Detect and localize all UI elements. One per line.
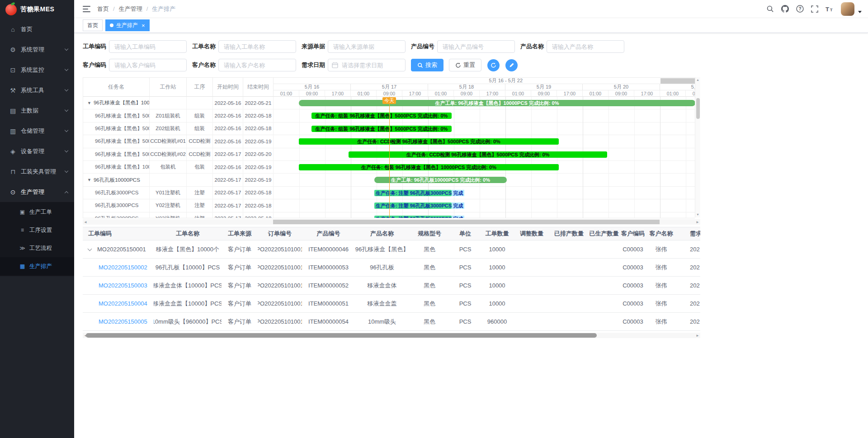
orders-cell: 客户订单 [222, 313, 258, 330]
tabbar: 首页生产排产× [74, 18, 868, 33]
sidebar-item-system-monitor[interactable]: ⊡系统监控 [0, 60, 74, 80]
sidebar-item-equipment[interactable]: ◈设备管理 [0, 141, 74, 161]
gantt-bar-task[interactable]: 生产任务: 组装 96孔移液盒【黑色】5000PCS 完成比例: 0% [311, 126, 452, 132]
refresh-circle-button[interactable] [487, 59, 500, 71]
due-date-input[interactable] [328, 59, 406, 71]
sidebar-item-master-data[interactable]: ▤主数据 [0, 100, 74, 121]
expand-triangle-icon[interactable]: ▼ [87, 101, 91, 105]
orders-table-body: MO202205150001移液盒【黑色】10000个客户订单PO2022051… [83, 240, 700, 331]
gantt-bar-task[interactable]: 生产任务: 注塑 96孔孔板3000PCS 完成 [374, 216, 452, 218]
chevron-down-icon[interactable] [88, 246, 92, 251]
fullscreen-icon[interactable] [811, 5, 818, 13]
order-code-link[interactable]: MO202205150002 [99, 264, 147, 271]
table-row[interactable]: MO202205150004移液盒盒盖【10000】PCS客户订单PO20220… [83, 295, 700, 313]
table-row[interactable]: MO202205150001移液盒【黑色】10000个客户订单PO2022051… [83, 240, 700, 259]
gantt-vscroll-thumb[interactable] [696, 98, 700, 119]
gantt-bar-task[interactable]: 生产任务: 组装 96孔移液盒【黑色】5000PCS 完成比例: 0% [311, 113, 452, 119]
gantt-hour-label: 01:00 [505, 90, 531, 97]
customer-name-input[interactable] [218, 59, 296, 71]
scroll-up-icon[interactable]: ▲ [696, 78, 699, 82]
filter-label: 客户名称 [192, 61, 216, 69]
tab-home[interactable]: 首页 [83, 19, 103, 31]
customer-code-input[interactable] [109, 59, 187, 71]
table-row[interactable]: MO202205150003移液盒盒体【10000】PCS客户订单PO20220… [83, 277, 700, 295]
orders-cell: C00003 [620, 277, 646, 294]
sidebar-toggle-icon[interactable] [74, 6, 97, 12]
gantt-bar-task[interactable]: 生产任务: CCD检测 96孔移液盒【黑色】5000PCS 完成比例: 0% [349, 151, 607, 158]
gantt-task-name[interactable]: 96孔孔板3000PCS [83, 199, 150, 212]
orders-horizontal-scrollbar[interactable]: ◄ ► [83, 333, 700, 338]
task-name-label: 96孔移液盒【黑色】5000PCS [95, 151, 150, 158]
chevron-down-icon[interactable] [858, 11, 862, 13]
table-row[interactable]: MO20220515000510mm吸头【960000】PCS客户订单PO202… [83, 313, 700, 331]
sidebar-subitem-work-order[interactable]: ▣生产工单 [0, 203, 74, 221]
sidebar-subitem-process-flow[interactable]: ≫工艺流程 [0, 239, 74, 257]
gantt-task-name[interactable]: ▼96孔移液盒【黑色】10000PCS [83, 97, 150, 109]
order-code-link[interactable]: MO202205150004 [99, 300, 147, 307]
gantt-start-time: 2022-05-17 [213, 148, 243, 160]
question-icon[interactable]: ? [796, 5, 804, 13]
search-icon[interactable] [766, 5, 774, 13]
search-button[interactable]: 搜索 [411, 59, 443, 71]
scroll-down-icon[interactable]: ▼ [696, 213, 699, 217]
sidebar-item-fixture[interactable]: ⊓工装夹具管理 [0, 161, 74, 182]
filter-field-due-date: 需求日期 [302, 59, 406, 71]
tools-icon: ⚒ [9, 87, 17, 94]
scroll-right-icon[interactable]: ► [695, 219, 700, 225]
gantt-task-name[interactable]: 96孔孔板3000PCS [83, 212, 150, 218]
tab-close-icon[interactable]: × [142, 23, 145, 28]
gantt-bar-task[interactable]: 生产任务: 注塑 96孔孔板3000PCS 完成 [374, 203, 452, 209]
orders-cell: PO202205101001 [258, 259, 302, 276]
gantt-process [187, 97, 213, 109]
gantt-horizontal-scrollbar[interactable]: ◄ ► [83, 219, 700, 225]
product-code-input[interactable] [437, 40, 515, 53]
scroll-left-icon[interactable]: ◄ [83, 219, 88, 225]
breadcrumb-item[interactable]: 生产管理 [119, 5, 142, 13]
sidebar-item-system-tools[interactable]: ⚒系统工具 [0, 80, 74, 100]
source-doc-input[interactable] [328, 40, 406, 53]
work-order-name-input[interactable] [218, 40, 296, 53]
gantt-bar-task[interactable]: 生产任务: CCD检测 96孔移液盒【黑色】5000PCS 完成比例: 0% [299, 138, 559, 145]
gantt-bar-task[interactable]: 生产任务: 包装 96孔移液盒【黑色】10000PCS 完成比例: 0% [299, 164, 559, 170]
sidebar-item-production[interactable]: ⊙生产管理 [0, 182, 74, 202]
sidebar-item-home[interactable]: ⌂首页 [0, 19, 74, 39]
task-name-label: 96孔移液盒【黑色】5000PCS [95, 138, 150, 145]
gantt-task-name[interactable]: 96孔移液盒【黑色】5000PCS [83, 135, 150, 147]
gantt-row-timeline: 生产工单: 96孔移液盒【黑色】10000PCS 完成比例: 0% [274, 97, 695, 109]
gantt-task-name[interactable]: 96孔移液盒【黑色】5000PCS [83, 109, 150, 122]
gantt-task-name[interactable]: 96孔移液盒【黑色】5000PCS [83, 148, 150, 160]
github-icon[interactable] [781, 5, 789, 13]
gantt-task-name[interactable]: 96孔移液盒【黑色】10000PCS [83, 161, 150, 173]
order-code-link[interactable]: MO202205150005 [99, 318, 147, 325]
gantt-bar-workorder[interactable]: 生产工单: 96孔孔板10000PCS 完成比例: 0% [374, 177, 507, 183]
scroll-right-icon[interactable]: ► [695, 333, 700, 338]
gantt-task-name[interactable]: 96孔移液盒【黑色】5000PCS [83, 122, 150, 135]
product-name-input[interactable] [547, 40, 624, 53]
reset-button[interactable]: 重置 [449, 59, 481, 71]
gantt-bar-task[interactable]: 生产任务: 注塑 96孔孔板3000PCS 完成 [374, 190, 452, 196]
work-order-code-input[interactable] [109, 40, 187, 53]
gantt-vertical-scrollbar[interactable]: ▲ ▼ [695, 77, 700, 217]
font-size-icon[interactable]: TT [826, 5, 834, 13]
gantt-end-time: 2022-05-19 [243, 161, 274, 173]
gantt-column-header: 任务名 [83, 78, 150, 97]
expand-triangle-icon[interactable]: ▼ [87, 178, 91, 182]
breadcrumb-item[interactable]: 首页 [97, 5, 109, 13]
orders-hscroll-thumb[interactable] [86, 333, 597, 338]
sidebar-item-warehouse[interactable]: ▥仓储管理 [0, 121, 74, 141]
gantt-bar-workorder[interactable]: 生产工单: 96孔移液盒【黑色】10000PCS 完成比例: 0% [299, 100, 695, 106]
sidebar-item-system-admin[interactable]: ⚙系统管理 [0, 39, 74, 60]
sidebar-subitem-process-settings[interactable]: ≡工序设置 [0, 221, 74, 239]
table-row[interactable]: MO20220515000296孔孔板【10000】PCS客户订单PO20220… [83, 259, 700, 277]
gantt-task-name[interactable]: ▼96孔孔板10000PCS [83, 174, 150, 186]
order-code-link[interactable]: MO202205150003 [99, 282, 147, 289]
gantt-end-time: 2022-05-18 [243, 212, 274, 218]
sidebar-subitem-scheduling[interactable]: ▦生产排产 [0, 257, 74, 275]
tab-production-scheduling[interactable]: 生产排产× [105, 19, 150, 31]
edit-circle-button[interactable] [505, 59, 518, 71]
app-title: 苦糖果MES [20, 5, 54, 14]
fixture-icon: ⊓ [9, 168, 17, 175]
avatar[interactable] [841, 2, 854, 16]
gantt-task-name[interactable]: 96孔孔板3000PCS [83, 187, 150, 199]
gantt-hscroll-thumb[interactable] [273, 220, 660, 224]
